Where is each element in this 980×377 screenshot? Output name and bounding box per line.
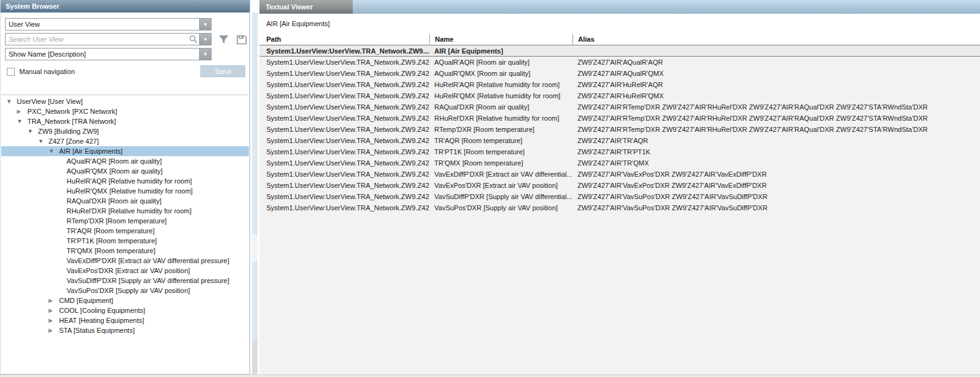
display-mode-selector[interactable]: Show Name [Description] ▼ — [5, 48, 212, 60]
table-row[interactable]: System1.UserView:UserView.TRA_Network.ZW… — [259, 135, 980, 146]
table-row[interactable]: System1.UserView:UserView.TRA_Network.ZW… — [259, 101, 980, 113]
tree-item[interactable]: ▼UserView [User View] — [1, 96, 249, 106]
cell-name: VavExPos'DXR [Extract air VAV position] — [429, 180, 572, 191]
tree-item[interactable]: HuRelR'QMX [Relative humidity for room] — [1, 186, 249, 196]
cell-name: VavSuDiffP'DXR [Supply air VAV different… — [429, 191, 572, 202]
chevron-down-icon[interactable]: ▼ — [199, 49, 211, 60]
table-row[interactable]: System1.UserView:UserView.TRA_Network.ZW… — [259, 202, 980, 213]
tree-item[interactable]: RHuRel'DXR [Relative humidity for room] — [1, 206, 249, 216]
cell-alias: ZW9'Z427'AIR'HuRelR'QMX — [572, 90, 980, 101]
tree-item[interactable]: RAQual'DXR [Room air quality] — [1, 196, 249, 206]
send-button[interactable]: Send — [200, 65, 245, 77]
tree-item-label: VavSuPos'DXR [Supply air VAV position] — [67, 286, 190, 296]
tree-item[interactable]: ▼Z427 [Zone 427] — [1, 136, 249, 146]
tree-item[interactable]: ▼TRA_Network [TRA Network] — [1, 116, 249, 126]
tree-item[interactable]: RTemp'DXR [Room temperature] — [1, 216, 249, 226]
tree-item[interactable]: VavSuDiffP'DXR [Supply air VAV different… — [1, 276, 249, 286]
tree-item-label: PXC_Network [PXC Network] — [27, 106, 117, 116]
tree-item[interactable]: ▶STA [Status Equipments] — [1, 325, 249, 335]
cell-alias: ZW9'Z427'AIR'AQualR'AQR — [572, 57, 980, 68]
tree-item[interactable]: HuRelR'AQR [Relative humidity for room] — [1, 176, 249, 186]
tree-item-label: STA [Status Equipments] — [59, 325, 134, 335]
viewer-selection-header: AIR [Air Equipments] — [259, 14, 980, 34]
tree-item[interactable]: VavExDiffP'DXR [Extract air VAV differen… — [1, 256, 249, 266]
cell-alias: ZW9'Z427'AIR'VavExPos'DXR ZW9'Z427'AIR'V… — [572, 169, 980, 180]
cell-path: System1.UserView:UserView.TRA_Network.ZW… — [266, 79, 429, 90]
tree-item[interactable]: VavSuPos'DXR [Supply air VAV position] — [1, 286, 249, 296]
tree-item-label: RTemp'DXR [Room temperature] — [67, 216, 167, 226]
tree-item[interactable]: ▶CMD [Equipment] — [1, 296, 249, 305]
cell-alias — [572, 45, 980, 57]
tree-item-label: TR'AQR [Room temperature] — [67, 226, 154, 236]
tree-item-label: UserView [User View] — [17, 96, 83, 106]
tree-item[interactable]: TR'QMX [Room temperature] — [1, 246, 249, 256]
cell-alias: ZW9'Z427'AIR'AQualR'QMX — [572, 68, 980, 79]
column-header-name[interactable]: Name — [429, 34, 572, 44]
tree-item-label: HEAT [Heating Equipments] — [59, 315, 144, 325]
table-row[interactable]: System1.UserView:UserView.TRA_Network.ZW… — [259, 124, 980, 135]
tree-item[interactable]: ▶COOL [Cooling Equipments] — [1, 305, 249, 315]
tree-item[interactable]: TR'AQR [Room temperature] — [1, 226, 249, 236]
table-row[interactable]: System1.UserView:UserView.TRA_Network.ZW… — [259, 180, 980, 191]
system-browser-controls: User View ▼ ▼ Show Name [Description] ▼ — [1, 12, 250, 78]
search-input[interactable] — [6, 34, 188, 44]
expanded-arrow-icon[interactable]: ▼ — [6, 96, 17, 106]
search-dropdown-icon[interactable]: ▼ — [199, 34, 211, 45]
column-header-alias[interactable]: Alias — [572, 34, 980, 44]
tree-item[interactable]: TR'PT1K [Room temperature] — [1, 236, 249, 246]
view-selector-value: User View — [6, 21, 199, 28]
column-header-path[interactable]: Path — [266, 34, 429, 44]
table-row[interactable]: System1.UserView:UserView.TRA_Network.ZW… — [259, 113, 980, 124]
collapsed-arrow-icon[interactable]: ▶ — [49, 315, 59, 325]
table-row[interactable]: System1.UserView:UserView.TRA_Network.ZW… — [259, 45, 980, 57]
view-selector[interactable]: User View ▼ — [5, 18, 212, 30]
table-row[interactable]: System1.UserView:UserView.TRA_Network.ZW… — [259, 57, 980, 68]
cell-name: RHuRel'DXR [Relative humidity for room] — [429, 113, 572, 124]
expanded-arrow-icon[interactable]: ▼ — [27, 126, 38, 136]
collapsed-arrow-icon[interactable]: ▶ — [49, 305, 59, 315]
cell-path: System1.UserView:UserView.TRA_Network.ZW… — [266, 124, 429, 135]
tree-item[interactable]: AQualR'AQR [Room air quality] — [1, 156, 249, 166]
collapsed-arrow-icon[interactable]: ▶ — [17, 106, 27, 116]
expanded-arrow-icon[interactable]: ▼ — [17, 116, 27, 126]
viewer-tab-strip: Textual Viewer — [259, 0, 980, 14]
cell-name: HuRelR'QMX [Relative humidity for room] — [429, 90, 572, 101]
table-row[interactable]: System1.UserView:UserView.TRA_Network.ZW… — [259, 146, 980, 157]
tree-item[interactable]: ▼ZW9 [Building ZW9] — [1, 126, 249, 136]
save-icon[interactable] — [235, 34, 248, 46]
filter-icon[interactable] — [217, 34, 230, 46]
expanded-arrow-icon[interactable]: ▼ — [49, 146, 59, 156]
system-browser-panel: System Browser User View ▼ ▼ Show Name [… — [0, 0, 250, 375]
table-row[interactable]: System1.UserView:UserView.TRA_Network.ZW… — [259, 79, 980, 90]
cell-path: System1.UserView:UserView.TRA_Network.ZW… — [266, 202, 429, 213]
cell-alias: ZW9'Z427'AIR'VavExPos'DXR ZW9'Z427'AIR'V… — [572, 180, 980, 191]
table-header-row: Path Name Alias — [259, 34, 980, 45]
table-row[interactable]: System1.UserView:UserView.TRA_Network.ZW… — [259, 90, 980, 101]
search-icon — [188, 34, 199, 45]
cell-name: AQualR'QMX [Room air quality] — [429, 68, 572, 79]
cell-path: System1.UserView:UserView.TRA_Network.ZW… — [266, 45, 429, 57]
tree-item-label: HuRelR'QMX [Relative humidity for room] — [67, 186, 193, 196]
tree-item[interactable]: ▼AIR [Air Equipments] — [1, 146, 249, 156]
table-row[interactable]: System1.UserView:UserView.TRA_Network.ZW… — [259, 68, 980, 79]
tree-item[interactable]: VavExPos'DXR [Extract air VAV position] — [1, 266, 249, 276]
tree-item[interactable]: ▶HEAT [Heating Equipments] — [1, 315, 249, 325]
tree-item[interactable]: ▶PXC_Network [PXC Network] — [1, 106, 249, 116]
table-row[interactable]: System1.UserView:UserView.TRA_Network.ZW… — [259, 169, 980, 180]
chevron-down-icon[interactable]: ▼ — [199, 19, 211, 30]
tree-item-label: AQualR'QMX [Room air quality] — [67, 166, 162, 176]
table-row[interactable]: System1.UserView:UserView.TRA_Network.ZW… — [259, 157, 980, 169]
panel-splitter[interactable] — [252, 12, 258, 377]
display-mode-value: Show Name [Description] — [6, 50, 199, 58]
collapsed-arrow-icon[interactable]: ▶ — [49, 296, 59, 305]
table-row[interactable]: System1.UserView:UserView.TRA_Network.ZW… — [259, 191, 980, 202]
expanded-arrow-icon[interactable]: ▼ — [38, 136, 49, 146]
manual-navigation-checkbox[interactable] — [7, 68, 15, 76]
cell-path: System1.UserView:UserView.TRA_Network.ZW… — [266, 169, 429, 180]
tree-scrollbar-thumb[interactable] — [252, 235, 258, 261]
tab-textual-viewer[interactable]: Textual Viewer — [259, 0, 353, 14]
collapsed-arrow-icon[interactable]: ▶ — [49, 325, 59, 335]
cell-alias: ZW9'Z427'AIR'TR'PT1K — [572, 146, 980, 157]
cell-path: System1.UserView:UserView.TRA_Network.ZW… — [266, 157, 429, 169]
tree-item[interactable]: AQualR'QMX [Room air quality] — [1, 166, 249, 176]
